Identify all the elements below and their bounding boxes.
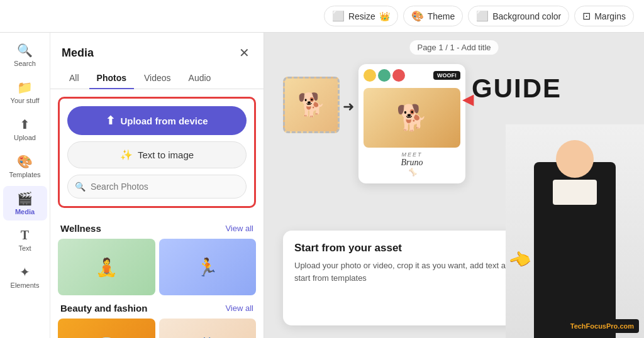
- techfocus-badge: TechFocusPro.com: [565, 319, 639, 333]
- sidebar-item-label: Text: [18, 244, 31, 252]
- wellness-photo-1[interactable]: 🧘: [58, 239, 155, 295]
- resize-icon: ⬜: [332, 10, 345, 22]
- resize-label: Resize: [348, 11, 375, 21]
- tab-all[interactable]: All: [62, 68, 87, 89]
- wellness-photo-2[interactable]: 🏃: [159, 239, 257, 295]
- wellness-view-all[interactable]: View all: [225, 224, 253, 233]
- upload-btn-label: Upload from device: [120, 116, 208, 126]
- woman-figure-area: 👈 TechFocusPro.com: [506, 124, 644, 338]
- media-panel: Media ✕ All Photos Videos Audio ⬆ Upload…: [50, 33, 264, 338]
- theme-icon: 🎨: [411, 10, 424, 22]
- tab-audio[interactable]: Audio: [181, 68, 219, 89]
- wellness-photo-grid: 🧘 🏃: [58, 239, 256, 295]
- close-button[interactable]: ✕: [236, 43, 252, 63]
- sidebar-item-templates[interactable]: 🎨 Templates: [3, 149, 47, 183]
- woman-figure: 👈 TechFocusPro.com: [506, 124, 644, 338]
- text-icon: T: [21, 228, 29, 243]
- sidebar-item-label: Elements: [11, 281, 40, 289]
- guide-heading: GUIDE: [472, 74, 562, 104]
- left-sidebar: 🔍 Search 📁 Your stuff ⬆ Upload 🎨 Templat…: [0, 33, 50, 338]
- upload-from-device-button[interactable]: ⬆ Upload from device: [67, 106, 247, 135]
- techfocus-text: TechFocusPro.com: [570, 322, 634, 330]
- tabs-row: All Photos Videos Audio: [50, 68, 264, 89]
- beauty-view-all[interactable]: View all: [225, 303, 253, 313]
- beauty-section-header: Beauty and fashion View all: [58, 295, 256, 319]
- bone-icon: 🦴: [364, 168, 460, 177]
- dog-card: WOOF! 🐕 MEET Bruno 🦴: [358, 64, 465, 183]
- text-to-image-label: Text to image: [138, 150, 194, 160]
- fashion-photo-1[interactable]: 👔: [58, 319, 155, 338]
- meet-label: MEET: [364, 151, 460, 158]
- sidebar-item-label: Search: [14, 60, 36, 67]
- fashion-photo-2[interactable]: 👗: [159, 319, 257, 338]
- woman-body: 👈: [534, 162, 616, 338]
- templates-icon: 🎨: [17, 154, 33, 169]
- bg-color-button[interactable]: ⬜ Background color: [468, 6, 569, 26]
- sidebar-item-label: Your stuff: [11, 97, 40, 104]
- bg-color-icon: ⬜: [476, 10, 489, 22]
- media-header: Media ✕: [50, 33, 264, 68]
- canvas-area: Page 1 / 1 - Add title 🐕 ➜ WOOF! 🐕 M: [264, 33, 644, 338]
- pointing-arm: 👈: [506, 247, 533, 274]
- search-icon: 🔍: [17, 43, 33, 58]
- highlight-box: ⬆ Upload from device ✨ Text to image 🔍: [58, 97, 256, 208]
- sidebar-item-label: Media: [15, 208, 35, 215]
- sidebar-item-upload[interactable]: ⬆ Upload: [3, 112, 47, 146]
- ai-gen-icon: ✨: [120, 149, 133, 161]
- search-photos-input[interactable]: [67, 175, 247, 199]
- folder-icon: 📁: [17, 80, 33, 95]
- sidebar-item-text[interactable]: T Text: [3, 223, 47, 257]
- dog-before-image: 🐕: [283, 77, 340, 133]
- media-title: Media: [62, 46, 94, 60]
- upload-arrow-icon: ⬆: [106, 114, 115, 128]
- margins-label: Margins: [594, 11, 626, 21]
- dog-photo: 🐕: [364, 88, 460, 148]
- theme-label: Theme: [428, 11, 455, 21]
- sidebar-item-your-stuff[interactable]: 📁 Your stuff: [3, 75, 47, 109]
- sidebar-item-label: Upload: [14, 134, 36, 141]
- main-layout: 🔍 Search 📁 Your stuff ⬆ Upload 🎨 Templat…: [0, 33, 644, 338]
- woman-head: [556, 140, 594, 178]
- theme-button[interactable]: 🎨 Theme: [403, 6, 464, 26]
- section-scroll: Wellness View all 🧘 🏃 Beauty and fashion…: [50, 215, 264, 338]
- sidebar-item-search[interactable]: 🔍 Search: [3, 38, 47, 72]
- margins-icon: ⊡: [582, 10, 591, 22]
- bg-color-label: Background color: [492, 11, 561, 21]
- page-indicator: Page 1 / 1 - Add title: [409, 40, 498, 55]
- tab-videos[interactable]: Videos: [136, 68, 179, 89]
- arrow-right-icon: ➜: [343, 99, 354, 115]
- search-container: 🔍: [67, 175, 247, 199]
- beauty-photo-grid: 👔 👗: [58, 319, 256, 338]
- elements-icon: ✦: [19, 264, 30, 280]
- search-icon: 🔍: [75, 182, 86, 192]
- tab-photos[interactable]: Photos: [89, 68, 134, 89]
- wellness-title: Wellness: [60, 223, 101, 234]
- media-icon: 🎬: [17, 191, 33, 206]
- beauty-title: Beauty and fashion: [60, 303, 147, 313]
- resize-button[interactable]: ⬜ Resize 👑: [324, 6, 398, 26]
- sidebar-item-elements[interactable]: ✦ Elements: [3, 259, 47, 294]
- toolbar: ⬜ Resize 👑 🎨 Theme ⬜ Background color ⊡ …: [0, 0, 644, 33]
- dog-name: Bruno: [364, 158, 460, 168]
- wellness-section-header: Wellness View all: [58, 215, 256, 239]
- text-to-image-button[interactable]: ✨ Text to image: [67, 141, 247, 168]
- woof-badge: WOOF!: [433, 71, 460, 80]
- upload-icon: ⬆: [19, 117, 30, 132]
- margins-button[interactable]: ⊡ Margins: [574, 6, 634, 26]
- dog-name-area: MEET Bruno 🦴: [364, 151, 460, 177]
- woman-collar: [553, 180, 597, 205]
- crown-icon: 👑: [379, 11, 390, 21]
- sidebar-item-label: Templates: [9, 171, 40, 178]
- sidebar-item-media[interactable]: 🎬 Media: [3, 186, 47, 221]
